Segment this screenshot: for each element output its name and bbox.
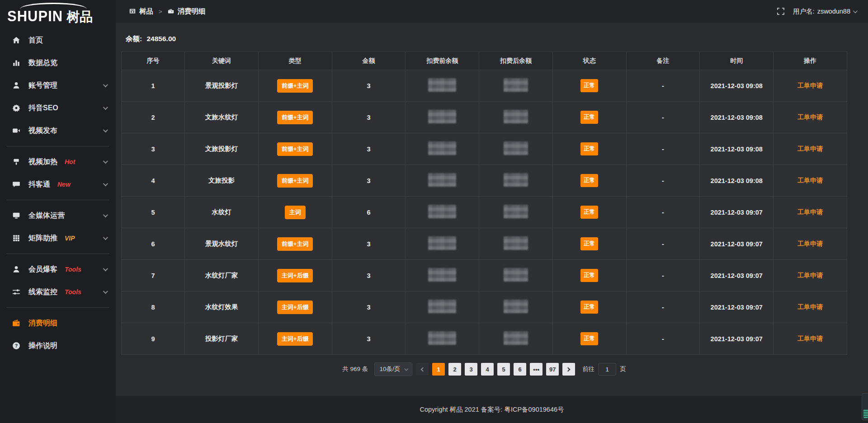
page-size-value: 10条/页 bbox=[379, 365, 400, 373]
sidebar-item-video-publish[interactable]: 视频发布 bbox=[0, 119, 116, 142]
ticket-apply-link[interactable]: 工单申请 bbox=[797, 272, 823, 279]
sidebar-item-badge: New bbox=[57, 181, 71, 188]
sidebar-divider bbox=[6, 200, 109, 200]
sidebar-item-account-manage[interactable]: 账号管理 bbox=[0, 74, 116, 97]
cell-index: 7 bbox=[122, 260, 185, 291]
ticket-apply-link[interactable]: 工单申请 bbox=[797, 113, 823, 121]
status-badge: 正常 bbox=[580, 111, 598, 124]
page-button-6[interactable]: 6 bbox=[514, 363, 526, 376]
table-row: 1 景观投影灯 前缀+主词 3 正常 - 2021-12-03 09:08 工单… bbox=[122, 70, 847, 102]
column-header: 时间 bbox=[700, 52, 774, 70]
sidebar-item-label: 首页 bbox=[28, 36, 43, 45]
page-button-4[interactable]: 4 bbox=[481, 363, 494, 376]
username-value: zswodun88 bbox=[817, 8, 850, 15]
gear-icon bbox=[12, 103, 21, 113]
page-button-1[interactable]: 1 bbox=[432, 363, 445, 376]
page-button-97[interactable]: 97 bbox=[546, 363, 559, 376]
breadcrumb-current-icon bbox=[168, 8, 174, 14]
status-badge: 正常 bbox=[580, 332, 598, 345]
page-ellipsis-button[interactable]: ••• bbox=[530, 363, 542, 376]
floating-widget[interactable] bbox=[862, 393, 868, 420]
sidebar-item-douketong[interactable]: 抖客通 New bbox=[0, 173, 116, 196]
cell-index: 8 bbox=[122, 291, 185, 323]
table-header-row: 序号关键词类型金额扣费前余额扣费后余额状态备注时间操作 bbox=[122, 52, 847, 70]
cell-amount: 3 bbox=[332, 228, 406, 260]
cell-amount: 3 bbox=[332, 323, 406, 355]
sidebar-item-matrix-boost[interactable]: 矩阵助推 VIP bbox=[0, 227, 116, 249]
column-header: 序号 bbox=[122, 52, 185, 70]
page-button-3[interactable]: 3 bbox=[465, 363, 477, 376]
cell-keyword: 文旅投影 bbox=[185, 165, 259, 197]
sidebar-item-badge: VIP bbox=[65, 235, 75, 242]
page-size-select[interactable]: 10条/页 bbox=[374, 362, 412, 376]
table-body: 1 景观投影灯 前缀+主词 3 正常 - 2021-12-03 09:08 工单… bbox=[122, 70, 847, 355]
ticket-apply-link[interactable]: 工单申请 bbox=[797, 82, 823, 89]
footer: Copyright 树品 2021 备案号: 粤ICP备09019646号 bbox=[116, 396, 868, 423]
sidebar-item-all-media[interactable]: 全媒体运营 bbox=[0, 204, 116, 227]
breadcrumb-root[interactable]: 树品 bbox=[139, 7, 153, 16]
cell-index: 5 bbox=[122, 197, 185, 228]
sidebar-item-label: 数据总览 bbox=[28, 58, 57, 68]
sidebar-item-clue-monitor[interactable]: 线索监控 Tools bbox=[0, 281, 116, 303]
logo: SHUPIN 树品 bbox=[0, 0, 116, 26]
sidebar-item-label: 会员爆客 bbox=[28, 265, 57, 274]
sidebar-item-label: 消费明细 bbox=[28, 319, 57, 328]
blurred-balance-before bbox=[428, 205, 456, 218]
grid-icon bbox=[12, 234, 21, 243]
ticket-apply-link[interactable]: 工单申请 bbox=[797, 240, 823, 247]
blurred-balance-after bbox=[504, 110, 528, 123]
sidebar-item-badge: Tools bbox=[65, 266, 81, 273]
cell-time: 2021-12-03 09:07 bbox=[700, 323, 774, 355]
user-menu[interactable]: 用户名: zswodun88 bbox=[793, 7, 856, 16]
cell-time: 2021-12-03 09:08 bbox=[700, 165, 774, 197]
cell-remark: - bbox=[626, 260, 700, 291]
goto-page-input[interactable] bbox=[598, 363, 616, 376]
type-badge: 主词+后缀 bbox=[277, 301, 313, 314]
ticket-apply-link[interactable]: 工单申请 bbox=[797, 208, 823, 216]
home-icon bbox=[12, 36, 21, 45]
cell-time: 2021-12-03 09:08 bbox=[700, 70, 774, 102]
cell-remark: - bbox=[626, 102, 700, 133]
page-buttons: 123456•••97 bbox=[432, 363, 559, 376]
sidebar-item-badge: Hot bbox=[65, 158, 75, 165]
cell-amount: 3 bbox=[332, 102, 406, 133]
page-button-2[interactable]: 2 bbox=[448, 363, 461, 376]
status-badge: 正常 bbox=[580, 174, 598, 187]
blurred-balance-after bbox=[504, 78, 528, 92]
blurred-balance-after bbox=[504, 205, 528, 218]
balance-value: 24856.00 bbox=[146, 35, 176, 42]
sidebar-item-data-overview[interactable]: 数据总览 bbox=[0, 52, 116, 74]
sliders-icon bbox=[12, 287, 21, 296]
column-header: 状态 bbox=[552, 52, 626, 70]
cell-amount: 3 bbox=[332, 260, 406, 291]
sidebar-item-home[interactable]: 首页 bbox=[0, 29, 116, 52]
fullscreen-icon[interactable] bbox=[777, 7, 785, 15]
column-header: 关键词 bbox=[185, 52, 259, 70]
ticket-apply-link[interactable]: 工单申请 bbox=[797, 303, 823, 310]
consumption-table: 序号关键词类型金额扣费前余额扣费后余额状态备注时间操作 1 景观投影灯 前缀+主… bbox=[121, 52, 847, 355]
brush-icon bbox=[12, 157, 21, 166]
page-button-5[interactable]: 5 bbox=[497, 363, 510, 376]
type-badge: 前缀+主词 bbox=[277, 142, 313, 156]
cell-amount: 6 bbox=[332, 197, 406, 228]
ticket-apply-link[interactable]: 工单申请 bbox=[797, 335, 823, 342]
table-row: 3 文旅投影灯 前缀+主词 3 正常 - 2021-12-03 09:08 工单… bbox=[122, 133, 847, 165]
table-row: 9 投影灯厂家 主词+后缀 3 正常 - 2021-12-03 09:07 工单… bbox=[122, 323, 847, 355]
blurred-balance-after bbox=[504, 236, 528, 250]
sidebar-item-douyin-seo[interactable]: 抖音SEO bbox=[0, 97, 116, 119]
type-badge: 前缀+主词 bbox=[277, 237, 313, 251]
cell-remark: - bbox=[626, 323, 700, 355]
user-icon bbox=[12, 265, 21, 274]
sidebar-item-consumption-detail[interactable]: 消费明细 bbox=[0, 312, 116, 334]
sidebar-item-instructions[interactable]: ? 操作说明 bbox=[0, 334, 116, 357]
type-badge: 前缀+主词 bbox=[277, 111, 313, 124]
ticket-apply-link[interactable]: 工单申请 bbox=[797, 145, 823, 152]
ticket-apply-link[interactable]: 工单申请 bbox=[797, 177, 823, 184]
sidebar-item-video-heat[interactable]: 视频加热 Hot bbox=[0, 150, 116, 173]
next-page-button[interactable] bbox=[562, 363, 575, 376]
sidebar-item-member-burst[interactable]: 会员爆客 Tools bbox=[0, 258, 116, 281]
prev-page-button[interactable] bbox=[416, 363, 429, 376]
cell-time: 2021-12-03 09:07 bbox=[700, 197, 774, 228]
table-row: 4 文旅投影 前缀+主词 3 正常 - 2021-12-03 09:08 工单申… bbox=[122, 165, 847, 197]
main-column: 树品 > 消费明细 用户名: zswodun88 bbox=[116, 0, 868, 423]
